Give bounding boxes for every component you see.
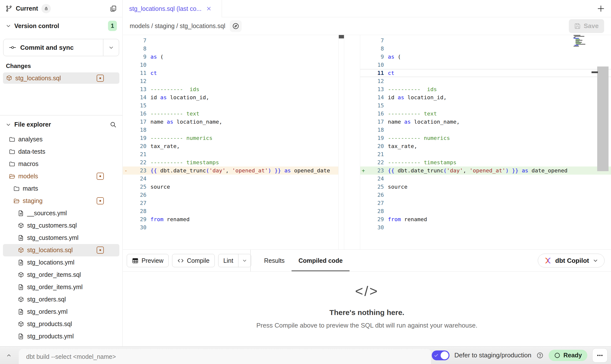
compile-button[interactable]: Compile — [172, 254, 215, 267]
file-item-stg_customers.sql[interactable]: stg_customers.sql — [3, 219, 119, 232]
code-line-24[interactable]: 24 — [360, 175, 611, 183]
changed-file-stg_locations.sql[interactable]: stg_locations.sql — [3, 72, 119, 84]
file-item-__sources.yml[interactable]: __sources.yml — [3, 207, 119, 219]
chevron-down-icon[interactable] — [5, 122, 11, 128]
diff-marker — [360, 36, 368, 45]
dbt-copilot-button[interactable]: dbt Copilot — [538, 254, 605, 267]
status-badge[interactable]: Ready — [549, 350, 587, 361]
code-line-8[interactable]: 8 — [123, 45, 338, 53]
code-text: ---------- timestamps — [384, 158, 456, 166]
code-line-9[interactable]: 9as ( — [123, 53, 338, 61]
tab-stg-locations[interactable]: stg_locations.sql (last co... — [123, 0, 222, 17]
preview-button[interactable]: Preview — [127, 254, 169, 267]
defer-toggle[interactable] — [432, 350, 449, 360]
file-item-stg_orders.sql[interactable]: stg_orders.sql — [3, 293, 119, 306]
file-item-analyses[interactable]: analyses — [3, 133, 119, 146]
lint-button[interactable]: Lint — [218, 254, 238, 267]
code-line-29[interactable]: 29from renamed — [123, 215, 338, 223]
code-line-14[interactable]: 14id as location_id, — [123, 93, 338, 101]
scrollbar-thumb[interactable] — [339, 35, 344, 38]
line-number: 24 — [129, 175, 146, 183]
code-line-10[interactable]: 10 — [123, 61, 338, 69]
new-tab-icon[interactable] — [597, 4, 605, 13]
code-line-22[interactable]: 22---------- timestamps — [360, 158, 611, 166]
code-line-21[interactable]: 21 — [123, 150, 338, 158]
save-button[interactable]: Save — [569, 19, 604, 33]
code-line-14[interactable]: 14id as location_id, — [360, 93, 611, 101]
line-number: 18 — [368, 126, 384, 134]
commit-and-sync-button[interactable]: Commit and sync — [3, 39, 103, 56]
file-item-marts[interactable]: marts — [3, 182, 119, 195]
file-item-data-tests[interactable]: data-tests — [3, 146, 119, 158]
file-item-stg_products.yml[interactable]: stg_products.yml — [3, 330, 119, 343]
file-item-stg_locations.yml[interactable]: stg_locations.yml — [3, 256, 119, 269]
code-line-26[interactable]: 26 — [123, 191, 338, 199]
code-line-29[interactable]: 29from renamed — [360, 215, 611, 223]
lineage-icon[interactable] — [230, 20, 242, 32]
code-line-22[interactable]: 22---------- timestamps — [123, 158, 338, 166]
code-line-11[interactable]: 11ct — [360, 69, 611, 77]
code-line-12[interactable]: 12 — [360, 77, 611, 85]
code-line-28[interactable]: 28 — [360, 207, 611, 215]
chevron-up-icon[interactable] — [5, 352, 12, 359]
scrollbar-thumb[interactable] — [592, 71, 598, 73]
more-options-icon[interactable] — [592, 348, 608, 363]
code-line-7[interactable]: 7 — [123, 36, 338, 45]
file-item-staging[interactable]: staging — [3, 195, 119, 207]
code-line-15[interactable]: 15 — [123, 101, 338, 110]
lint-options-chevron[interactable] — [238, 254, 251, 267]
code-line-17[interactable]: 17name as location_name, — [123, 118, 338, 126]
code-line-10[interactable]: 10 — [360, 61, 611, 69]
search-icon[interactable] — [109, 121, 117, 128]
file-item-stg_order_items.yml[interactable]: stg_order_items.yml — [3, 281, 119, 293]
code-line-16[interactable]: 16---------- text — [360, 110, 611, 118]
code-line-17[interactable]: 17name as location_name, — [360, 118, 611, 126]
code-line-28[interactable]: 28 — [123, 207, 338, 215]
code-line-21[interactable]: 21 — [360, 150, 611, 158]
diff-left-pane[interactable]: 6789as (1011ct1213---------- ids14id as … — [123, 35, 338, 249]
code-line-9[interactable]: 9as ( — [360, 53, 611, 61]
code-line-20[interactable]: 20tax_rate, — [360, 142, 611, 150]
file-item-stg_products.sql[interactable]: stg_products.sql — [3, 318, 119, 330]
code-line-19[interactable]: 19---------- numerics — [360, 134, 611, 142]
file-item-stg_order_items.sql[interactable]: stg_order_items.sql — [3, 269, 119, 281]
file-item-models[interactable]: models — [3, 170, 119, 182]
duplicate-tab-icon[interactable] — [109, 5, 117, 12]
tab-label: stg_locations.sql (last co... — [129, 5, 201, 12]
code-line-13[interactable]: 13---------- ids — [123, 85, 338, 93]
help-icon[interactable] — [536, 352, 544, 359]
file-item-stg_locations.sql[interactable]: stg_locations.sql — [3, 244, 119, 256]
right-pane-scrollbar[interactable] — [597, 66, 609, 171]
code-line-23[interactable]: -23{{ dbt.date_trunc('day', 'opened_at')… — [123, 166, 338, 175]
code-line-30[interactable]: 30 — [360, 223, 611, 232]
close-icon[interactable] — [206, 6, 212, 12]
command-input[interactable] — [19, 353, 431, 360]
commit-options-chevron[interactable] — [103, 39, 119, 56]
code-line-30[interactable]: 30 — [123, 223, 338, 232]
code-line-25[interactable]: 25source — [123, 183, 338, 191]
code-text — [146, 61, 150, 69]
file-item-macros[interactable]: macros — [3, 158, 119, 170]
code-line-25[interactable]: 25source — [360, 183, 611, 191]
code-line-16[interactable]: 16---------- text — [123, 110, 338, 118]
tab-results[interactable]: Results — [262, 250, 287, 271]
code-line-18[interactable]: 18 — [123, 126, 338, 134]
file-item-stg_orders.yml[interactable]: stg_orders.yml — [3, 306, 119, 318]
code-line-15[interactable]: 15 — [360, 101, 611, 110]
code-line-19[interactable]: 19---------- numerics — [123, 134, 338, 142]
code-line-13[interactable]: 13---------- ids — [360, 85, 611, 93]
code-line-20[interactable]: 20tax_rate, — [123, 142, 338, 150]
left-pane-scrollbar[interactable] — [338, 35, 344, 249]
file-item-stg_customers.yml[interactable]: stg_customers.yml — [3, 232, 119, 244]
code-line-27[interactable]: 27 — [360, 199, 611, 207]
code-line-23[interactable]: +23{{ dbt.date_trunc('day', 'opened_at')… — [360, 166, 611, 175]
chevron-down-icon[interactable] — [5, 23, 11, 29]
tab-compiled-code[interactable]: Compiled code — [291, 250, 349, 271]
code-line-26[interactable]: 26 — [360, 191, 611, 199]
code-line-24[interactable]: 24 — [123, 175, 338, 183]
diff-right-pane[interactable]: 6789as (1011ct1213---------- ids14id as … — [360, 35, 611, 249]
code-line-11[interactable]: 11ct — [123, 69, 338, 77]
code-line-18[interactable]: 18 — [360, 126, 611, 134]
code-line-12[interactable]: 12 — [123, 77, 338, 85]
code-line-27[interactable]: 27 — [123, 199, 338, 207]
